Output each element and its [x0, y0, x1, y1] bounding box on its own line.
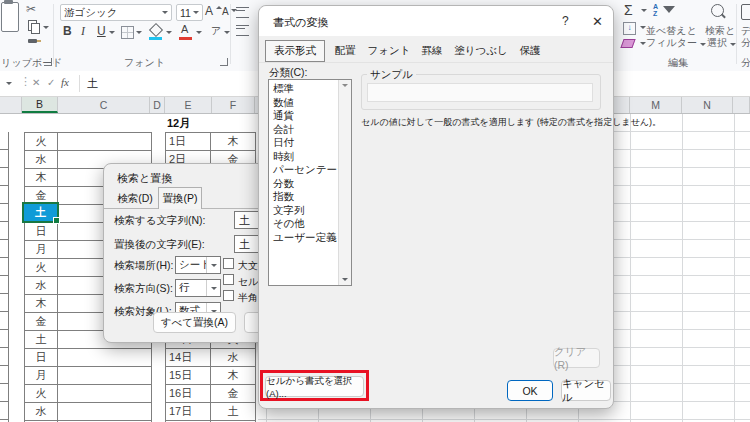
- schedule-cell[interactable]: [58, 349, 151, 366]
- analyze-data-icon[interactable]: [741, 4, 750, 20]
- borders-button-icon[interactable]: [121, 26, 134, 39]
- grow-font-button[interactable]: A: [205, 4, 213, 18]
- cut-icon[interactable]: ✂: [26, 2, 36, 16]
- column-header-E[interactable]: E: [165, 97, 212, 113]
- column-header-partial[interactable]: [733, 97, 750, 113]
- font-name-combo[interactable]: 游ゴシック: [60, 4, 172, 21]
- listbox-scrollbar[interactable]: [338, 80, 351, 285]
- tab-border[interactable]: 罫線: [415, 42, 449, 59]
- search-direction-combo[interactable]: 行: [175, 279, 221, 297]
- fill-color-bucket-icon[interactable]: [149, 23, 163, 37]
- date-cell[interactable]: 16日: [166, 385, 211, 402]
- excel-window: ✂ クリップボード 游ゴシック 11 A A B I U A ア フォント: [0, 0, 750, 422]
- day-cell[interactable]: 水: [25, 277, 58, 294]
- day-cell[interactable]: 月: [25, 241, 58, 258]
- day-cell[interactable]: 月: [25, 367, 58, 384]
- match-width-checkbox[interactable]: [223, 290, 234, 301]
- day-cell[interactable]: 火: [25, 133, 58, 150]
- underline-button[interactable]: U: [97, 24, 106, 38]
- category-listbox[interactable]: 標準数値通貨会計日付時刻パーセンテージ分数指数文字列その他ユーザー定義: [268, 79, 352, 286]
- day-cell[interactable]: 日: [25, 349, 58, 366]
- date-cell[interactable]: 1日: [166, 133, 211, 150]
- clear-button[interactable]: クリア(R): [553, 348, 600, 368]
- autosum-button[interactable]: Σ: [624, 2, 633, 18]
- column-header-N[interactable]: N: [682, 97, 733, 113]
- day-cell[interactable]: 火: [25, 259, 58, 276]
- font-size-combo[interactable]: 11: [176, 4, 203, 21]
- ok-button[interactable]: OK: [507, 380, 553, 401]
- clear-eraser-icon[interactable]: [620, 39, 635, 48]
- paste-button-icon[interactable]: [1, 2, 19, 32]
- day-cell[interactable]: 土: [25, 331, 58, 348]
- day-cell[interactable]: 火: [25, 385, 58, 402]
- cancel-button[interactable]: キャンセル: [561, 380, 611, 401]
- phonetic-guide-button[interactable]: ア: [211, 24, 221, 38]
- align-top-icon[interactable]: [236, 7, 249, 18]
- match-entire-checkbox[interactable]: [223, 274, 234, 285]
- column-header-F[interactable]: F: [212, 97, 255, 113]
- autosum-dropdown-icon[interactable]: [641, 9, 647, 12]
- shrink-font-button[interactable]: A: [222, 6, 229, 17]
- clipboard-dialog-launcher-icon[interactable]: [44, 58, 52, 66]
- day-cell[interactable]: 水: [25, 403, 58, 420]
- close-icon[interactable]: ✕: [592, 14, 603, 29]
- format-painter-icon[interactable]: [28, 39, 37, 43]
- column-header-partial[interactable]: [612, 97, 630, 113]
- column-header-D[interactable]: D: [150, 97, 165, 113]
- day-cell[interactable]: 木: [25, 169, 58, 186]
- day-cell[interactable]: 木: [25, 295, 58, 312]
- schedule-cell[interactable]: [58, 385, 151, 402]
- day-cell[interactable]: 金: [25, 313, 58, 330]
- tab-alignment[interactable]: 配置: [327, 42, 363, 59]
- weekday-cell[interactable]: 土: [211, 403, 255, 420]
- cancel-entry-icon[interactable]: ✕: [32, 77, 40, 88]
- tab-fill[interactable]: 塗りつぶし: [453, 42, 509, 59]
- schedule-cell[interactable]: [58, 367, 151, 384]
- schedule-cell[interactable]: [58, 403, 151, 420]
- formula-bar-grip-icon[interactable]: ⋮: [20, 75, 31, 88]
- tab-replace[interactable]: 置換(P): [158, 187, 202, 209]
- formula-bar-value[interactable]: 土: [87, 76, 98, 91]
- tab-number-format[interactable]: 表示形式: [265, 40, 325, 62]
- choose-format-from-cell-button[interactable]: セルから書式を選択(A)...: [265, 376, 364, 397]
- font-dialog-launcher-icon[interactable]: [220, 58, 228, 66]
- insert-function-icon[interactable]: fx: [61, 76, 69, 88]
- replace-all-button[interactable]: すべて置換(A): [153, 312, 236, 333]
- date-cell[interactable]: 17日: [166, 403, 211, 420]
- date-cell[interactable]: 15日: [166, 367, 211, 384]
- day-cell[interactable]: 日: [25, 223, 58, 240]
- day-cell[interactable]: 水: [25, 151, 58, 168]
- borders-dropdown-icon[interactable]: [136, 31, 142, 34]
- find-select-button-line2[interactable]: 選択: [707, 36, 736, 50]
- within-combo[interactable]: シート: [175, 256, 221, 274]
- schedule-cell[interactable]: [58, 133, 151, 150]
- confirm-entry-icon[interactable]: ✓: [47, 77, 55, 88]
- tab-find[interactable]: 検索(D): [114, 190, 156, 207]
- fill-down-icon[interactable]: ↓: [623, 22, 636, 35]
- weekday-cell[interactable]: 木: [211, 133, 255, 150]
- column-header-C[interactable]: C: [58, 97, 150, 113]
- match-case-checkbox[interactable]: [223, 258, 234, 269]
- help-icon[interactable]: ?: [562, 14, 569, 28]
- tab-protection[interactable]: 保護: [513, 42, 547, 59]
- selected-cell[interactable]: 土: [22, 202, 59, 223]
- sort-filter-button-line2[interactable]: フィルター: [646, 36, 706, 50]
- italic-button[interactable]: I: [81, 24, 85, 39]
- fill-color-dropdown-icon[interactable]: [166, 31, 172, 34]
- weekday-cell[interactable]: 水: [211, 349, 255, 366]
- underline-dropdown-icon[interactable]: [109, 31, 115, 34]
- font-color-button[interactable]: A: [181, 23, 188, 35]
- weekday-cell[interactable]: 木: [211, 367, 255, 384]
- tab-font[interactable]: フォント: [367, 42, 411, 59]
- column-header-M[interactable]: M: [630, 97, 682, 113]
- font-color-dropdown-icon[interactable]: [196, 31, 202, 34]
- weekday-cell[interactable]: 金: [211, 385, 255, 402]
- bold-button[interactable]: B: [63, 24, 72, 38]
- column-header-B[interactable]: B: [22, 97, 58, 113]
- column-header-partial[interactable]: [0, 97, 22, 113]
- font-group-label: フォント: [124, 56, 165, 70]
- name-box-dropdown-icon[interactable]: [6, 82, 12, 85]
- date-cell[interactable]: 14日: [166, 349, 211, 366]
- copy-dropdown-icon[interactable]: [43, 26, 49, 29]
- align-middle-icon[interactable]: [236, 25, 249, 36]
